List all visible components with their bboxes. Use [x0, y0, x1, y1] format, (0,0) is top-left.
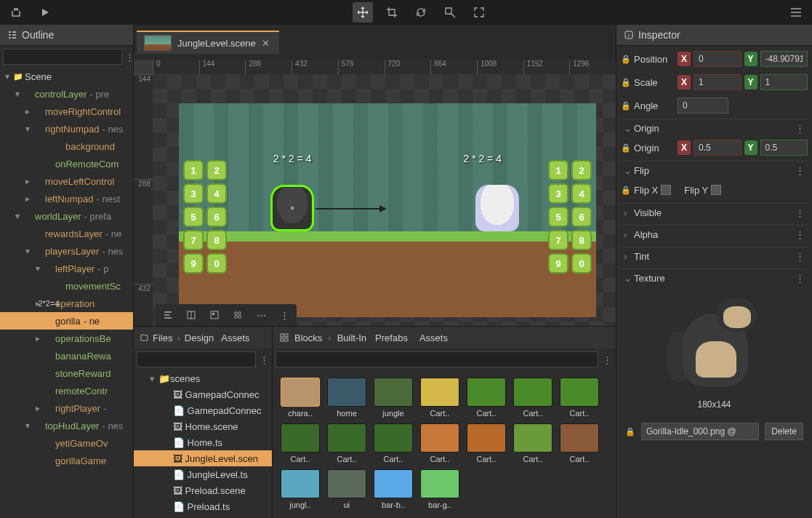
tree-item[interactable]: ▾worldLayer - prefa: [0, 207, 133, 225]
play-icon[interactable]: [35, 2, 55, 23]
asset-item[interactable]: Cart..: [512, 423, 553, 463]
scale-x-input[interactable]: [694, 74, 741, 90]
blocks-filter-input[interactable]: [276, 351, 598, 367]
crumb-blocks[interactable]: Blocks: [294, 332, 322, 343]
asset-item[interactable]: bar-g..: [419, 469, 460, 509]
crumb-design[interactable]: Design: [185, 332, 214, 343]
asset-item[interactable]: jungl..: [280, 469, 321, 509]
tree-item[interactable]: movementSc: [0, 277, 133, 295]
asset-item[interactable]: ui: [326, 469, 367, 509]
scale-y-input[interactable]: [760, 74, 808, 90]
file-item[interactable]: 🖼 Home.scene: [134, 418, 272, 434]
tree-item[interactable]: ▸2*2=4 operation: [0, 295, 133, 312]
tree-item[interactable]: ▾leftPlayer - p: [0, 260, 133, 277]
angle-input[interactable]: [678, 97, 728, 113]
position-y-input[interactable]: [760, 51, 808, 67]
tree-item[interactable]: ▾rightNumpad - nes: [0, 120, 133, 138]
numpad-key[interactable]: 3: [183, 183, 204, 204]
menu-icon[interactable]: [786, 2, 806, 23]
menu-dots-icon[interactable]: ⋮: [275, 306, 294, 324]
lock-icon[interactable]: 🔒: [621, 143, 631, 153]
game-view[interactable]: 1234567890 1234567890 2 * 2 = 4 2 * 2 = …: [179, 103, 596, 317]
asset-item[interactable]: Cart..: [559, 423, 600, 463]
numpad-key[interactable]: 5: [183, 207, 204, 227]
asset-item[interactable]: Cart..: [466, 423, 507, 463]
tree-item[interactable]: stoneReward: [0, 364, 133, 382]
crumb-builtin[interactable]: Built-In: [337, 332, 366, 343]
asset-item[interactable]: Cart..: [419, 378, 460, 418]
section-more-icon[interactable]: ⋮: [795, 123, 805, 134]
numpad-key[interactable]: 9: [548, 253, 568, 274]
file-item[interactable]: 🖼 GamepadConnec: [134, 386, 272, 402]
file-item[interactable]: 🖼 JungleLevel.scen: [134, 450, 272, 466]
split-view-icon[interactable]: [182, 306, 201, 324]
asset-item[interactable]: Cart..: [373, 423, 414, 463]
numpad-key[interactable]: 4: [206, 183, 227, 204]
blocks-more-icon[interactable]: ⋮: [601, 351, 613, 367]
numpad-key[interactable]: 7: [548, 230, 568, 250]
crumb-assets2[interactable]: Assets: [419, 332, 448, 343]
texture-section-header[interactable]: ⌄ Texture ⋮: [621, 268, 808, 287]
lock-icon[interactable]: 🔒: [621, 101, 631, 111]
tree-item[interactable]: ▸moveRightControl: [0, 103, 133, 120]
outline-more-icon[interactable]: ⋮: [125, 49, 134, 65]
files-filter-input[interactable]: [137, 351, 256, 367]
origin-x-input[interactable]: [694, 140, 741, 156]
file-item[interactable]: 📄 Preload.ts: [134, 498, 272, 514]
tree-item[interactable]: remoteContr: [0, 382, 133, 399]
numpad-key[interactable]: 0: [206, 253, 227, 274]
move-tool-icon[interactable]: [353, 2, 373, 23]
crumb-files[interactable]: Files: [153, 332, 172, 343]
asset-item[interactable]: home: [326, 378, 367, 418]
grid-icon[interactable]: [228, 306, 247, 324]
flip-section-header[interactable]: ⌄ Flip ⋮: [621, 161, 808, 180]
numpad-key[interactable]: 4: [571, 183, 592, 204]
asset-item[interactable]: Cart..: [280, 423, 321, 463]
numpad-key[interactable]: 8: [571, 230, 592, 250]
numpad-key[interactable]: 9: [183, 253, 204, 274]
tree-item[interactable]: ▾controlLayer - pre: [0, 85, 133, 103]
file-item[interactable]: ▸📁 script-nodes-basic: [134, 514, 272, 518]
numpad-key[interactable]: 6: [571, 207, 592, 227]
files-more-icon[interactable]: ⋮: [259, 351, 269, 367]
scene-tab[interactable]: JungleLevel.scene ✕: [137, 31, 279, 54]
select-tool-icon[interactable]: [440, 2, 460, 23]
align-left-icon[interactable]: [158, 306, 177, 324]
numpad-key[interactable]: 1: [183, 160, 204, 180]
tint-section-header[interactable]: › Tint ⋮: [621, 247, 808, 266]
translate-gizmo[interactable]: [315, 208, 381, 210]
numpad-key[interactable]: 2: [571, 160, 592, 180]
position-x-input[interactable]: [694, 51, 741, 67]
asset-item[interactable]: Cart..: [559, 378, 600, 418]
tree-item[interactable]: bananaRewa: [0, 347, 133, 364]
tree-item[interactable]: ▸operationsBe: [0, 330, 133, 347]
section-more-icon[interactable]: ⋮: [795, 165, 805, 176]
scene-canvas[interactable]: 0144288432576720864100811521296 14428843…: [134, 60, 616, 326]
lock-icon[interactable]: 🔒: [625, 427, 635, 437]
asset-item[interactable]: Cart..: [512, 378, 553, 418]
tree-item[interactable]: onRemoteCom: [0, 155, 133, 172]
file-item[interactable]: 📄 JungleLevel.ts: [134, 466, 272, 482]
origin-y-input[interactable]: [760, 140, 808, 156]
numpad-key[interactable]: 8: [206, 230, 227, 250]
section-more-icon[interactable]: ⋮: [795, 251, 805, 262]
fullscreen-tool-icon[interactable]: [469, 2, 489, 23]
open-file-icon[interactable]: [6, 2, 26, 23]
tree-root[interactable]: ▾ 📁 Scene: [0, 68, 133, 85]
asset-item[interactable]: jungle: [373, 378, 414, 418]
numpad-key[interactable]: 2: [206, 160, 227, 180]
asset-item[interactable]: Cart..: [326, 423, 367, 463]
flipy-checkbox[interactable]: [711, 185, 721, 195]
lock-icon[interactable]: 🔒: [621, 55, 631, 64]
section-more-icon[interactable]: ⋮: [795, 273, 805, 284]
crop-tool-icon[interactable]: [382, 2, 402, 23]
lock-icon[interactable]: 🔒: [621, 186, 631, 195]
lock-icon[interactable]: 🔒: [621, 78, 631, 87]
tree-item[interactable]: rewardsLayer - ne: [0, 225, 133, 242]
tree-item[interactable]: gorilla - ne: [0, 312, 133, 330]
frame-icon[interactable]: [205, 306, 224, 324]
file-item[interactable]: 📄 Home.ts: [134, 434, 272, 450]
section-more-icon[interactable]: ⋮: [795, 229, 805, 240]
refresh-tool-icon[interactable]: [411, 2, 431, 23]
more-icon[interactable]: ⋯: [252, 306, 270, 324]
